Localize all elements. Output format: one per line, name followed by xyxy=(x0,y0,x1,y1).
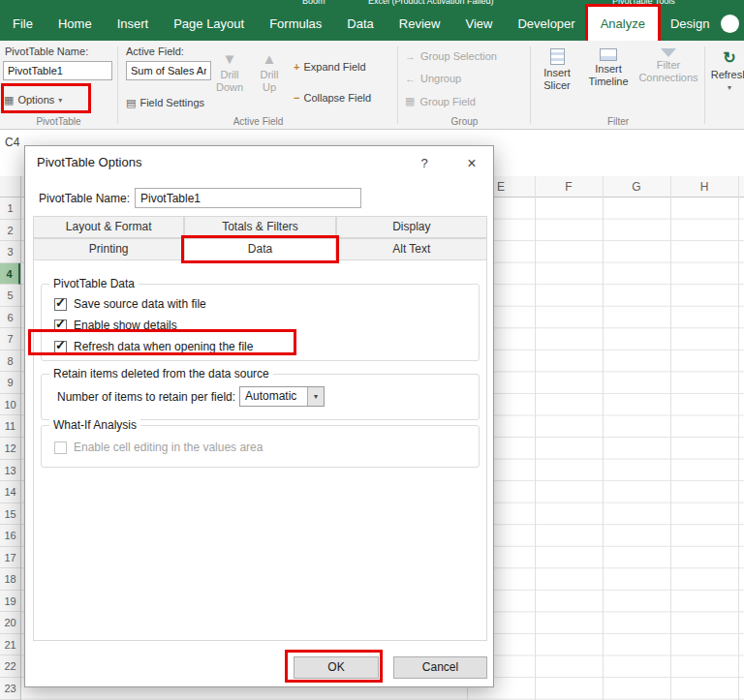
group-divider xyxy=(530,46,531,124)
row-header-1[interactable]: 1 xyxy=(0,198,20,220)
account-avatar[interactable] xyxy=(721,15,739,33)
tab-data[interactable]: Data xyxy=(334,7,386,41)
ribbon-button-group-field[interactable]: ▦Group Field xyxy=(405,95,476,107)
select-all-corner[interactable] xyxy=(0,176,21,198)
retain-items-label: Number of items to retain per field: xyxy=(57,390,235,404)
field-settings-icon: ▤ xyxy=(126,97,136,109)
row-header-12[interactable]: 12 xyxy=(0,438,20,460)
row-header-9[interactable]: 9 xyxy=(0,372,20,394)
row-header-23[interactable]: 23 xyxy=(0,678,20,700)
dialog-tab-totals-filters[interactable]: Totals & Filters xyxy=(184,216,335,238)
slicer-icon xyxy=(550,48,565,65)
dialog-tab-data[interactable]: Data xyxy=(184,238,335,260)
drill-up-label-2: Up xyxy=(251,81,288,94)
cancel-button[interactable]: Cancel xyxy=(393,656,487,679)
title-bar-app-title: Excel (Product Activation Failed) xyxy=(368,0,494,6)
tab-view[interactable]: View xyxy=(452,7,505,41)
filter-connections-label-2: Connections xyxy=(635,72,702,84)
row-header-2[interactable]: 2 xyxy=(0,220,20,242)
checkbox-label: Enable cell editing in the values area xyxy=(74,441,263,454)
tab-review[interactable]: Review xyxy=(387,7,453,41)
checkbox-label: Refresh data when opening the file xyxy=(74,340,253,353)
field-settings-button[interactable]: ▤ Field Settings xyxy=(126,93,204,112)
options-button[interactable]: ▦ Options ▾ xyxy=(4,89,62,110)
row-header-16[interactable]: 16 xyxy=(0,525,20,547)
row-header-21[interactable]: 21 xyxy=(0,634,20,656)
refresh-button[interactable]: ↻ Refresh ▾ xyxy=(708,48,744,94)
tab-developer[interactable]: Developer xyxy=(505,7,587,41)
tab-page-layout[interactable]: Page Layout xyxy=(161,7,257,41)
column-header-g[interactable]: G xyxy=(603,176,670,198)
row-headers: 1234567891011121314151617181920212223 xyxy=(0,198,21,700)
filter-connections-button[interactable]: Filter Connections xyxy=(635,48,702,84)
row-header-6[interactable]: 6 xyxy=(0,307,20,329)
group-divider xyxy=(704,46,705,124)
dropdown-arrow-icon: ▾ xyxy=(307,387,324,406)
insert-timeline-button[interactable]: Insert Timeline xyxy=(582,48,635,88)
row-header-18[interactable]: 18 xyxy=(0,568,20,591)
options-button-label: Options xyxy=(17,94,54,106)
checkbox-refresh-data-on-open[interactable]: ✓ Refresh data when opening the file xyxy=(54,339,253,354)
pivottable-name-input[interactable] xyxy=(3,61,112,80)
ribbon-button-group-selection[interactable]: →Group Selection xyxy=(405,50,497,62)
tab-home[interactable]: Home xyxy=(46,7,105,41)
dialog-help-button[interactable]: ? xyxy=(413,153,436,173)
tab-design[interactable]: Design xyxy=(658,7,722,41)
dialog-pivottable-name-input[interactable] xyxy=(135,188,361,208)
chevron-down-icon: ▾ xyxy=(58,96,62,105)
row-header-10[interactable]: 10 xyxy=(0,394,20,416)
check-icon: ✓ xyxy=(55,338,66,352)
fieldset-retain-items: Retain items deleted from the data sourc… xyxy=(41,374,480,420)
tab-insert[interactable]: Insert xyxy=(105,7,162,41)
tab-analyze[interactable]: Analyze xyxy=(588,7,658,41)
ribbon-group-filter: Insert Slicer Insert Timeline Filter Con… xyxy=(532,41,704,129)
drill-up-button[interactable]: ▲ Drill Up xyxy=(251,50,288,94)
row-header-3[interactable]: 3 xyxy=(0,241,20,263)
dialog-tab-layout-format[interactable]: Layout & Format xyxy=(33,216,184,238)
dialog-close-button[interactable]: × xyxy=(459,153,484,173)
ungroup-icon: ← xyxy=(405,73,416,84)
dialog-tab-row-1: Layout & FormatTotals & FiltersDisplay xyxy=(33,216,487,238)
insert-slicer-button[interactable]: Insert Slicer xyxy=(534,48,580,92)
retain-items-dropdown[interactable]: Automatic ▾ xyxy=(239,386,325,407)
checkbox-enable-cell-editing[interactable]: Enable cell editing in the values area xyxy=(54,440,263,455)
ribbon: PivotTable Name: ▦ Options ▾ PivotTable … xyxy=(0,41,744,130)
refresh-chevron-down-icon: ▾ xyxy=(708,81,744,94)
name-box[interactable]: C4 xyxy=(5,136,19,149)
row-header-17[interactable]: 17 xyxy=(0,547,20,569)
ribbon-button-ungroup[interactable]: ←Ungroup xyxy=(405,73,461,84)
checkbox-enable-show-details[interactable]: ✓ Enable show details xyxy=(54,318,177,333)
expand-field-button[interactable]: + Expand Field xyxy=(294,58,366,76)
dialog-tab-display[interactable]: Display xyxy=(336,216,487,238)
row-header-8[interactable]: 8 xyxy=(0,350,20,373)
check-icon: ✓ xyxy=(55,317,66,331)
row-header-11[interactable]: 11 xyxy=(0,415,20,438)
active-field-input[interactable] xyxy=(126,61,211,80)
checkbox-box: ✓ xyxy=(54,298,67,311)
row-header-14[interactable]: 14 xyxy=(0,481,20,503)
drill-down-button[interactable]: ▼ Drill Down xyxy=(211,50,248,94)
tab-file[interactable]: File xyxy=(0,7,46,41)
title-bar-context-label: PivotTable Tools xyxy=(612,0,675,6)
ribbon-button-label: Group Selection xyxy=(420,50,497,62)
tab-formulas[interactable]: Formulas xyxy=(257,7,334,41)
group-field-icon: ▦ xyxy=(405,95,415,107)
row-header-4[interactable]: 4 xyxy=(0,263,20,286)
row-header-19[interactable]: 19 xyxy=(0,591,20,613)
active-field-label: Active Field: xyxy=(126,46,184,57)
refresh-icon: ↻ xyxy=(708,48,744,67)
row-header-15[interactable]: 15 xyxy=(0,503,20,526)
ribbon-group-active-field: Active Field: ▤ Field Settings ▼ Drill D… xyxy=(119,41,397,129)
collapse-field-button[interactable]: − Collapse Field xyxy=(294,89,371,107)
row-header-22[interactable]: 22 xyxy=(0,655,20,678)
row-header-13[interactable]: 13 xyxy=(0,460,20,482)
dialog-tab-printing[interactable]: Printing xyxy=(33,238,184,260)
column-header-h[interactable]: H xyxy=(670,176,738,198)
column-header-f[interactable]: F xyxy=(535,176,603,198)
ok-button[interactable]: OK xyxy=(294,656,379,679)
checkbox-save-source-data[interactable]: ✓ Save source data with file xyxy=(54,296,206,312)
dialog-tab-alt-text[interactable]: Alt Text xyxy=(336,238,487,260)
row-header-20[interactable]: 20 xyxy=(0,612,20,634)
row-header-5[interactable]: 5 xyxy=(0,285,20,307)
row-header-7[interactable]: 7 xyxy=(0,328,20,350)
